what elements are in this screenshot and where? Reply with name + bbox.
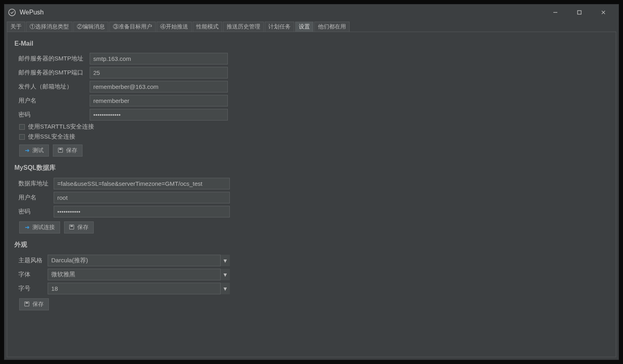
section-title-appearance: 外观 (14, 241, 609, 249)
titlebar: WePush (4, 4, 619, 20)
label-starttls: 使用STARTTLS安全连接 (28, 123, 94, 131)
label-ssl: 使用SSL安全连接 (28, 133, 75, 141)
checkbox-box-icon (19, 124, 25, 130)
tab-schedule[interactable]: 计划任务 (265, 22, 294, 32)
input-smtp-host[interactable] (90, 53, 228, 64)
tab-start-push[interactable]: ④开始推送 (157, 22, 192, 32)
label-db-username: 用户名 (14, 194, 50, 201)
select-theme[interactable] (48, 255, 230, 266)
tab-history[interactable]: 推送历史管理 (223, 22, 264, 32)
window-controls (543, 4, 615, 20)
save-icon (24, 302, 30, 307)
button-email-save[interactable]: 保存 (53, 145, 82, 157)
tab-others-using[interactable]: 他们都在用 (314, 22, 350, 32)
arrow-right-icon (24, 148, 30, 153)
tab-prepare-users[interactable]: ③准备目标用户 (109, 22, 156, 32)
button-label: 保存 (77, 224, 88, 231)
select-fontsize[interactable] (48, 283, 230, 294)
button-appearance-save[interactable]: 保存 (19, 298, 49, 310)
input-email-password[interactable] (90, 109, 228, 121)
app-title: WePush (20, 9, 543, 16)
button-email-test[interactable]: 测试 (19, 145, 49, 157)
input-db-username[interactable] (54, 192, 230, 203)
tab-about[interactable]: 关于 (7, 22, 25, 32)
label-sender: 发件人（邮箱地址） (14, 83, 86, 90)
label-smtp-host: 邮件服务器的SMTP地址 (14, 55, 86, 62)
button-label: 测试连接 (32, 224, 55, 231)
checkbox-box-icon (19, 134, 25, 140)
label-smtp-port: 邮件服务器的SMTP端口 (14, 69, 86, 76)
app-icon (8, 8, 16, 17)
input-smtp-port[interactable] (90, 67, 228, 78)
tab-performance[interactable]: 性能模式 (193, 22, 222, 32)
button-label: 保存 (66, 147, 77, 154)
svg-point-0 (9, 9, 16, 16)
input-sender[interactable] (90, 81, 228, 93)
close-button[interactable] (591, 4, 615, 20)
label-db-password: 密码 (14, 208, 50, 215)
label-db-url: 数据库地址 (14, 180, 50, 187)
label-font: 字体 (14, 271, 44, 278)
tab-settings[interactable]: 设置 (295, 22, 314, 32)
app-window: WePush 关于 ①选择消息类型 ②编辑消息 ③准备目标用户 ④开始推送 性能… (4, 4, 619, 360)
section-title-mysql: MySQL数据库 (14, 164, 609, 172)
arrow-right-icon (24, 225, 30, 230)
tab-bar: 关于 ①选择消息类型 ②编辑消息 ③准备目标用户 ④开始推送 性能模式 推送历史… (4, 20, 619, 32)
label-email-username: 用户名 (14, 97, 86, 105)
select-font[interactable] (48, 269, 230, 280)
label-theme: 主题风格 (14, 257, 44, 264)
minimize-button[interactable] (543, 4, 567, 20)
label-fontsize: 字号 (14, 285, 44, 292)
button-label: 测试 (32, 147, 44, 154)
input-db-url[interactable] (54, 178, 230, 189)
save-icon (58, 148, 64, 153)
button-db-test[interactable]: 测试连接 (19, 221, 60, 233)
button-db-save[interactable]: 保存 (64, 221, 94, 233)
checkbox-ssl[interactable]: 使用SSL安全连接 (19, 133, 609, 141)
save-icon (69, 225, 75, 230)
button-label: 保存 (32, 301, 44, 308)
label-email-password: 密码 (14, 111, 86, 119)
input-db-password[interactable] (54, 206, 230, 217)
maximize-button[interactable] (567, 4, 591, 20)
checkbox-starttls[interactable]: 使用STARTTLS安全连接 (19, 123, 609, 131)
section-title-email: E-Mail (14, 40, 609, 47)
svg-rect-2 (578, 11, 581, 14)
content-panel: E-Mail 邮件服务器的SMTP地址 邮件服务器的SMTP端口 发件人（邮箱地… (7, 32, 616, 357)
tab-edit-msg[interactable]: ②编辑消息 (73, 22, 109, 32)
input-email-username[interactable] (90, 95, 228, 107)
tab-select-msg-type[interactable]: ①选择消息类型 (26, 22, 72, 32)
